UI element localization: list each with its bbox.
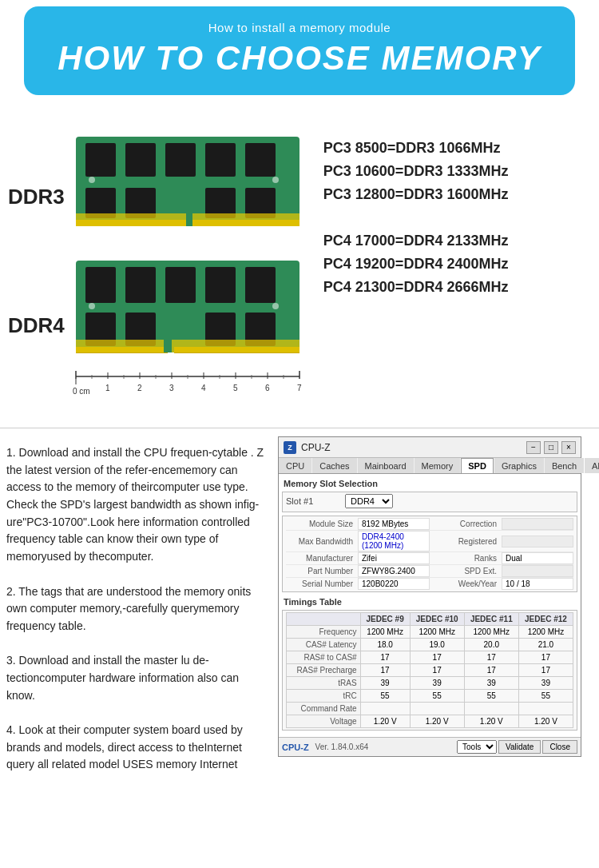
memory-section: DDR3 DDR4: [0, 105, 599, 416]
voltage-j9: 1.20 V: [360, 715, 410, 728]
tab-bench[interactable]: Bench: [545, 458, 584, 473]
table-row: tRAS 39 39 39 39: [287, 677, 573, 690]
svg-text:1: 1: [105, 384, 110, 392]
memory-right: PC3 8500=DDR3 1066MHz PC3 10600=DDR3 133…: [323, 113, 509, 323]
voltage-label: Voltage: [287, 715, 361, 728]
cpuz-app-icon: Z: [284, 441, 296, 454]
slot-dropdown[interactable]: DDR4: [345, 494, 393, 508]
voltage-j12: 1.20 V: [518, 715, 573, 728]
timings-col-jedec10: JEDEC #10: [410, 613, 464, 626]
svg-point-31: [272, 303, 279, 309]
close-button[interactable]: Close: [542, 740, 577, 754]
cpuz-window-controls: − □ ×: [526, 441, 576, 454]
trc-j10: 55: [410, 690, 464, 703]
cas-j11: 20.0: [464, 639, 518, 651]
svg-text:7: 7: [297, 384, 302, 392]
table-row: RAS# Precharge 17 17 17 17: [287, 664, 573, 677]
ras-cas-j10: 17: [410, 651, 464, 664]
svg-rect-1: [85, 143, 116, 177]
spd-ext-val: [502, 565, 573, 577]
instruction-body: 1. Download and install the CPU frequen-…: [6, 446, 264, 770]
svg-rect-2: [125, 143, 156, 177]
tab-cpu[interactable]: CPU: [279, 458, 311, 473]
cmd-j12: [518, 703, 573, 715]
timings-col-empty: [287, 613, 361, 626]
svg-point-30: [89, 303, 95, 309]
validate-button[interactable]: Validate: [498, 740, 541, 754]
trc-j9: 55: [360, 690, 410, 703]
cmd-j11: [464, 703, 518, 715]
svg-rect-20: [205, 267, 236, 303]
ras-pre-j12: 17: [518, 664, 573, 677]
cpuz-body: Memory Slot Selection Slot #1 DDR4 Modul…: [279, 474, 581, 737]
freq-j12: 1200 MHz: [518, 626, 573, 639]
table-row: RAS# to CAS# 17 17 17 17: [287, 651, 573, 664]
freq-j9: 1200 MHz: [360, 626, 410, 639]
registered-key: Registered: [430, 536, 502, 547]
svg-text:0 cm: 0 cm: [73, 387, 90, 396]
table-row: Voltage 1.20 V 1.20 V 1.20 V 1.20 V: [287, 715, 573, 728]
svg-rect-5: [245, 143, 276, 177]
ddr4-spec-3: PC4 21300=DDR4 2666MHz: [323, 276, 509, 299]
svg-text:4: 4: [201, 384, 206, 392]
timings-col-jedec9: JEDEC #9: [360, 613, 410, 626]
bottom-section: 1. Download and install the CPU frequen-…: [0, 428, 599, 774]
ranks-val: Dual: [502, 552, 573, 564]
minimize-button[interactable]: −: [526, 441, 541, 454]
svg-point-13: [272, 177, 279, 183]
close-window-button[interactable]: ×: [561, 441, 576, 454]
cmd-j10: [410, 703, 464, 715]
trc-j12: 55: [518, 690, 573, 703]
slot-selection-group: Slot #1 DDR4: [282, 492, 577, 512]
svg-rect-21: [245, 267, 276, 303]
ras-pre-j10: 17: [410, 664, 464, 677]
svg-text:2: 2: [137, 384, 142, 392]
ranks-key: Ranks: [430, 553, 502, 563]
cas-label: CAS# Latency: [287, 639, 361, 651]
svg-rect-19: [165, 267, 196, 303]
ras-pre-j9: 17: [360, 664, 410, 677]
tab-memory[interactable]: Memory: [415, 458, 461, 473]
timings-col-jedec11: JEDEC #11: [464, 613, 518, 626]
cmd-j9: [360, 703, 410, 715]
ras-cas-label: RAS# to CAS#: [287, 651, 361, 664]
tab-about[interactable]: About: [585, 458, 599, 473]
module-size-val: 8192 MBytes: [358, 518, 430, 530]
instructions-text: 1. Download and install the CPU frequen-…: [0, 436, 278, 774]
manufacturer-key: Manufacturer: [286, 553, 358, 563]
cpuz-footer-logo: CPU-Z: [282, 743, 309, 752]
timings-section-title: Timings Table: [282, 595, 577, 608]
trc-label: tRC: [287, 690, 361, 703]
svg-rect-29: [164, 340, 172, 352]
tab-spd[interactable]: SPD: [461, 458, 494, 473]
tras-label: tRAS: [287, 677, 361, 690]
ddr3-spec-3: PC3 12800=DDR3 1600MHz: [323, 183, 509, 206]
timings-table: JEDEC #9 JEDEC #10 JEDEC #11 JEDEC #12 F…: [286, 612, 573, 728]
spd-ext-key: SPD Ext.: [430, 566, 502, 576]
tab-caches[interactable]: Caches: [312, 458, 356, 473]
tras-j12: 39: [518, 677, 573, 690]
ras-cas-j12: 17: [518, 651, 573, 664]
part-number-key: Part Number: [286, 566, 358, 576]
maximize-button[interactable]: □: [544, 441, 558, 454]
cpuz-title-text: CPU-Z: [301, 442, 526, 453]
svg-rect-15: [186, 213, 192, 226]
ddr4-spec-2: PC4 19200=DDR4 2400MHz: [323, 253, 509, 276]
table-row: tRC 55 55 55 55: [287, 690, 573, 703]
tools-dropdown[interactable]: Tools: [457, 740, 497, 754]
slot-label: Slot #1: [286, 496, 342, 506]
svg-rect-28: [76, 340, 300, 352]
cpuz-window: Z CPU-Z − □ × CPU Caches Mainboard Memor…: [278, 436, 581, 757]
svg-rect-3: [165, 143, 196, 177]
tras-j10: 39: [410, 677, 464, 690]
manufacturer-val: Zifei: [358, 552, 430, 564]
tab-graphics[interactable]: Graphics: [494, 458, 544, 473]
svg-rect-18: [125, 267, 156, 303]
svg-text:5: 5: [233, 384, 238, 392]
tab-mainboard[interactable]: Mainboard: [358, 458, 414, 473]
serial-number-key: Serial Number: [286, 579, 358, 589]
svg-rect-4: [205, 143, 236, 177]
table-row: Command Rate: [287, 703, 573, 715]
memory-specs-ddr3: PC3 8500=DDR3 1066MHz PC3 10600=DDR3 133…: [323, 137, 509, 205]
timings-group: JEDEC #9 JEDEC #10 JEDEC #11 JEDEC #12 F…: [282, 610, 577, 731]
